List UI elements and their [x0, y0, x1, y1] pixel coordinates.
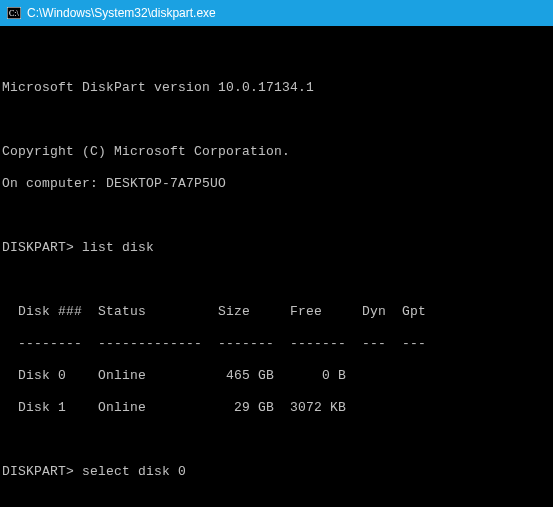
terminal-line — [2, 208, 551, 224]
svg-text:C:\: C:\ — [9, 9, 20, 18]
terminal-line: DISKPART> list disk — [2, 240, 551, 256]
terminal-line — [2, 48, 551, 64]
terminal-line: Copyright (C) Microsoft Corporation. — [2, 144, 551, 160]
window-titlebar[interactable]: C:\ C:\Windows\System32\diskpart.exe — [0, 0, 553, 26]
terminal-line: -------- ------------- ------- ------- -… — [2, 336, 551, 352]
terminal-line: Microsoft DiskPart version 10.0.17134.1 — [2, 80, 551, 96]
terminal-line: Disk 0 Online 465 GB 0 B — [2, 368, 551, 384]
terminal-line: DISKPART> select disk 0 — [2, 464, 551, 480]
terminal-line — [2, 496, 551, 507]
command-prompt-icon: C:\ — [6, 5, 22, 21]
window-title: C:\Windows\System32\diskpart.exe — [27, 6, 216, 20]
terminal-line — [2, 112, 551, 128]
terminal-line — [2, 432, 551, 448]
terminal-line: Disk 1 Online 29 GB 3072 KB — [2, 400, 551, 416]
terminal-line: Disk ### Status Size Free Dyn Gpt — [2, 304, 551, 320]
terminal-output: Microsoft DiskPart version 10.0.17134.1 … — [0, 26, 553, 507]
terminal-line — [2, 272, 551, 288]
terminal-line: On computer: DESKTOP-7A7P5UO — [2, 176, 551, 192]
